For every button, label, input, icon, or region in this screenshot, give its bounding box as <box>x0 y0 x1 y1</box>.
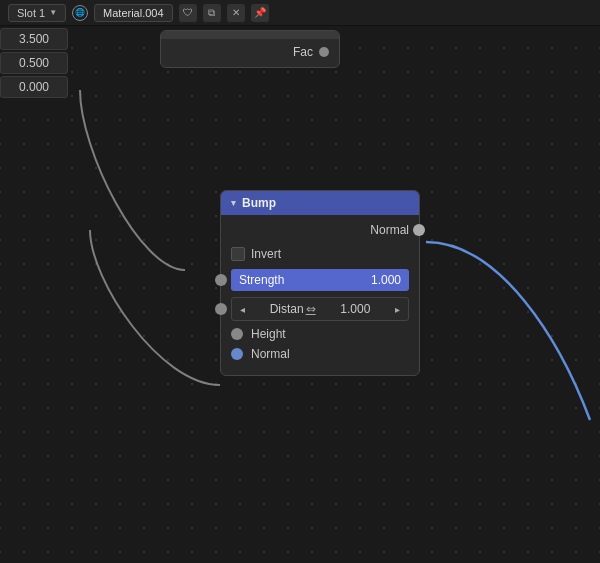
invert-row: Invert <box>231 247 409 261</box>
pin-icon[interactable]: 📌 <box>251 4 269 22</box>
node-fac: Fac <box>160 30 340 68</box>
value-field-3[interactable]: 0.000 <box>0 76 68 98</box>
normal-input-label: Normal <box>251 347 290 361</box>
distance-left-arrow-icon: ◂ <box>240 304 245 315</box>
node-fac-header <box>161 31 339 39</box>
normal-output-socket <box>413 224 425 236</box>
strength-field[interactable]: Strength 1.000 <box>231 269 409 291</box>
slot-selector[interactable]: Slot 1 ▼ <box>8 4 66 22</box>
distance-value: 1.000 <box>340 302 370 316</box>
distance-right-arrow-icon: ▸ <box>395 304 400 315</box>
distance-label: Distan⇔ <box>270 302 316 316</box>
shield-icon[interactable]: 🛡 <box>179 4 197 22</box>
copy-icon[interactable]: ⧉ <box>203 4 221 22</box>
slot-label: Slot 1 <box>17 7 45 19</box>
normal-input-socket-row: Normal <box>231 347 409 361</box>
height-socket-row: Height <box>231 327 409 341</box>
material-name[interactable]: Material.004 <box>94 4 173 22</box>
distance-row: ◂ Distan⇔ 1.000 ▸ <box>231 297 409 321</box>
node-bump-title: Bump <box>242 196 276 210</box>
node-bump: ▾ Bump Normal Invert Strength 1.000 ◂ <box>220 190 420 376</box>
top-bar: Slot 1 ▼ 🌐 Material.004 🛡 ⧉ ✕ 📌 <box>0 0 600 26</box>
material-section: Material.004 <box>94 4 173 22</box>
node-bump-header: ▾ Bump <box>221 191 419 215</box>
left-panel: 3.500 0.500 0.000 <box>0 28 68 98</box>
value-field-1[interactable]: 3.500 <box>0 28 68 50</box>
strength-value: 1.000 <box>371 273 401 287</box>
height-label: Height <box>251 327 286 341</box>
distance-input-socket <box>215 303 227 315</box>
close-icon[interactable]: ✕ <box>227 4 245 22</box>
chevron-down-icon: ▾ <box>231 198 236 208</box>
fac-output-label: Fac <box>293 45 313 59</box>
slot-arrow-icon: ▼ <box>49 8 57 17</box>
normal-output-row: Normal <box>231 223 409 237</box>
node-fac-body: Fac <box>161 39 339 67</box>
invert-label: Invert <box>251 247 281 261</box>
invert-checkbox[interactable] <box>231 247 245 261</box>
value-field-2[interactable]: 0.500 <box>0 52 68 74</box>
normal-output-label: Normal <box>370 223 409 237</box>
strength-input-socket <box>215 274 227 286</box>
node-bump-body: Normal Invert Strength 1.000 ◂ Distan⇔ 1… <box>221 215 419 375</box>
strength-row: Strength 1.000 <box>231 269 409 291</box>
distance-field[interactable]: ◂ Distan⇔ 1.000 ▸ <box>231 297 409 321</box>
normal-input-socket <box>231 348 243 360</box>
height-input-socket <box>231 328 243 340</box>
globe-icon: 🌐 <box>72 5 88 21</box>
fac-output-socket <box>319 47 329 57</box>
strength-label: Strength <box>239 273 284 287</box>
